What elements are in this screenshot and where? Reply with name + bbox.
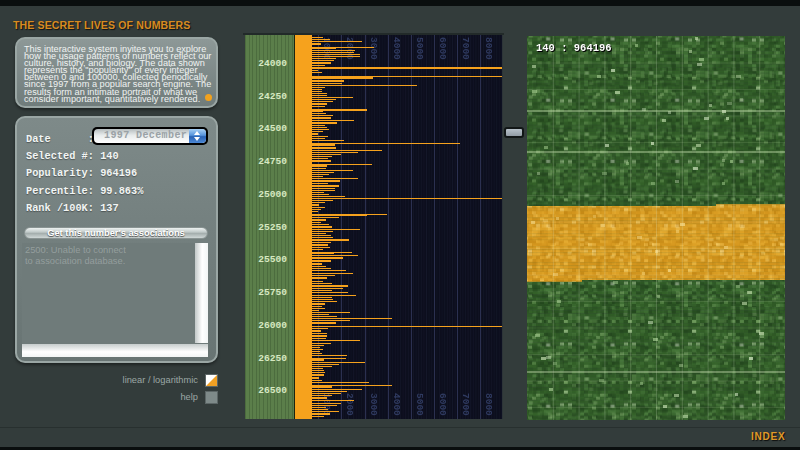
- svg-text:140 : 964196: 140 : 964196: [536, 42, 612, 54]
